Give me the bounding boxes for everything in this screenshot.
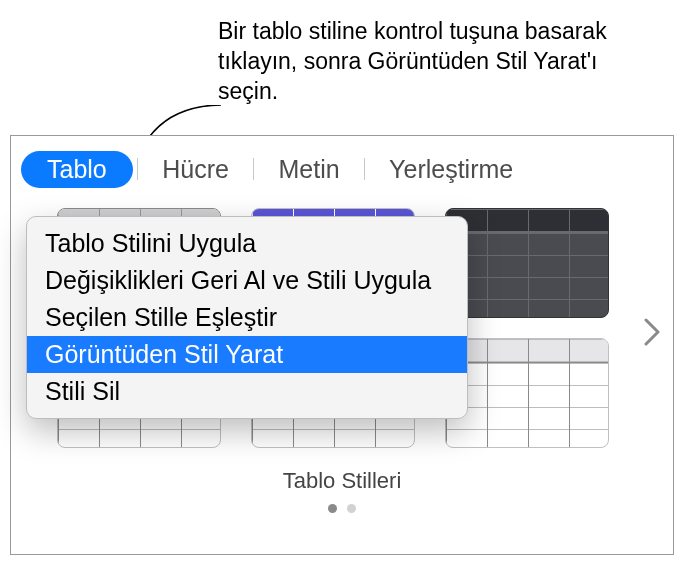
table-styles-caption: Tablo Stilleri: [57, 468, 627, 494]
chevron-right-icon[interactable]: [637, 312, 667, 356]
tab-separator: [137, 158, 139, 180]
tab-cell[interactable]: Hücre: [142, 149, 249, 190]
callout-text: Bir tablo stiline kontrol tuşuna basarak…: [218, 16, 658, 106]
table-style-thumb[interactable]: [445, 208, 609, 318]
tab-bar: Tablo Hücre Metin Yerleştirme: [11, 136, 673, 194]
tab-separator: [253, 158, 255, 180]
menu-revert-apply-style[interactable]: Değişiklikleri Geri Al ve Stili Uygula: [27, 262, 467, 299]
tab-separator: [364, 158, 366, 180]
table-style-context-menu: Tablo Stilini Uygula Değişiklikleri Geri…: [26, 216, 468, 419]
tab-table[interactable]: Tablo: [21, 151, 133, 188]
page-dot[interactable]: [347, 504, 356, 513]
tab-arrange[interactable]: Yerleştirme: [369, 149, 533, 190]
tab-text[interactable]: Metin: [258, 149, 359, 190]
page-indicator: [57, 504, 627, 513]
page-dot[interactable]: [328, 504, 337, 513]
table-style-thumb[interactable]: [445, 338, 609, 448]
menu-delete-style[interactable]: Stili Sil: [27, 373, 467, 410]
menu-match-selected-style[interactable]: Seçilen Stille Eşleştir: [27, 299, 467, 336]
menu-create-style-from-view[interactable]: Görüntüden Stil Yarat: [27, 336, 467, 373]
menu-apply-table-style[interactable]: Tablo Stilini Uygula: [27, 225, 467, 262]
